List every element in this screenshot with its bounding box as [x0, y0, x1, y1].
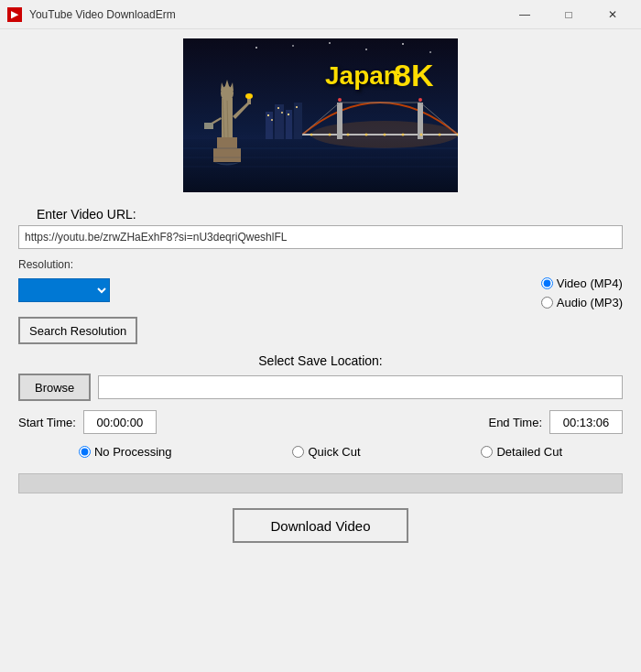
resolution-label: Resolution:: [18, 258, 110, 271]
svg-point-11: [347, 134, 350, 136]
svg-rect-31: [217, 137, 237, 151]
minimize-button[interactable]: —: [504, 2, 546, 27]
audio-mp3-radio[interactable]: [541, 297, 553, 309]
save-row: Browse: [18, 374, 623, 401]
resolution-right: Video (MP4) Audio (MP3): [541, 258, 623, 309]
titlebar-title: YouTube Video DownloadErm: [29, 8, 504, 21]
processing-row: No Processing Quick Cut Detailed Cut: [18, 445, 623, 459]
titlebar-controls: — □ ✕: [504, 2, 634, 27]
quick-cut-option[interactable]: Quick Cut: [292, 445, 360, 459]
svg-rect-28: [288, 114, 289, 115]
maximize-button[interactable]: □: [548, 2, 590, 27]
end-time-label: End Time:: [488, 416, 542, 429]
thumbnail-svg: Japan 8K: [183, 38, 458, 192]
resolution-select[interactable]: 1080p 720p 480p 360p 240p 144p: [18, 278, 110, 302]
start-time-group: Start Time:: [18, 410, 157, 434]
svg-rect-27: [281, 112, 283, 114]
url-section: Enter Video URL:: [18, 207, 623, 249]
svg-point-16: [439, 134, 441, 136]
svg-point-12: [365, 134, 368, 136]
svg-point-18: [338, 98, 342, 102]
svg-text:8K: 8K: [394, 58, 434, 92]
svg-rect-4: [337, 103, 342, 139]
svg-rect-21: [275, 104, 284, 139]
video-mp4-option[interactable]: Video (MP4): [541, 276, 623, 290]
start-time-label: Start Time:: [18, 416, 76, 429]
svg-rect-24: [267, 114, 269, 116]
svg-point-45: [429, 51, 431, 53]
no-processing-label: No Processing: [94, 445, 172, 459]
svg-point-10: [329, 134, 331, 136]
detailed-cut-label: Detailed Cut: [496, 445, 562, 459]
svg-point-44: [402, 43, 404, 45]
quick-cut-label: Quick Cut: [308, 445, 360, 459]
search-resolution-button[interactable]: Search Resolution: [18, 317, 137, 344]
svg-point-42: [292, 45, 294, 47]
svg-point-43: [365, 49, 367, 50]
svg-point-35: [245, 93, 253, 99]
svg-rect-25: [271, 119, 273, 121]
audio-mp3-option[interactable]: Audio (MP3): [541, 296, 623, 309]
svg-rect-37: [204, 123, 213, 129]
detailed-cut-radio[interactable]: [481, 446, 493, 458]
close-button[interactable]: ✕: [592, 2, 634, 27]
svg-rect-29: [296, 106, 298, 108]
svg-point-19: [418, 98, 422, 102]
browse-button[interactable]: Browse: [18, 374, 91, 401]
thumbnail: Japan 8K: [183, 38, 458, 192]
detailed-cut-option[interactable]: Detailed Cut: [481, 445, 562, 459]
url-label: Enter Video URL:: [37, 207, 623, 222]
save-label: Select Save Location:: [18, 353, 623, 368]
video-mp4-label: Video (MP4): [557, 276, 623, 290]
save-path-input[interactable]: [98, 375, 623, 399]
svg-point-15: [420, 134, 423, 136]
url-input[interactable]: [18, 225, 623, 249]
quick-cut-radio[interactable]: [292, 446, 304, 458]
svg-point-41: [255, 47, 257, 49]
titlebar: ▶ YouTube Video DownloadErm — □ ✕: [0, 0, 641, 29]
time-row: Start Time: End Time:: [18, 410, 623, 434]
audio-mp3-label: Audio (MP3): [557, 296, 623, 309]
start-time-input[interactable]: [83, 410, 157, 434]
svg-point-13: [384, 134, 386, 136]
no-processing-radio[interactable]: [79, 446, 91, 458]
app-icon: ▶: [7, 7, 22, 22]
resolution-row: Resolution: 1080p 720p 480p 360p 240p 14…: [18, 258, 623, 309]
svg-point-46: [329, 42, 331, 44]
video-mp4-radio[interactable]: [541, 277, 553, 289]
svg-rect-26: [277, 107, 279, 109]
svg-point-9: [310, 134, 313, 136]
end-time-group: End Time:: [488, 410, 623, 434]
progress-bar-container: [18, 473, 623, 493]
download-button[interactable]: Download Video: [233, 508, 409, 543]
main-content: Japan 8K Enter Video URL: Resolution: 10…: [0, 29, 641, 672]
svg-text:Japan: Japan: [325, 61, 399, 90]
resolution-left: Resolution: 1080p 720p 480p 360p 240p 14…: [18, 258, 110, 302]
save-section: Select Save Location: Browse: [18, 353, 623, 401]
no-processing-option[interactable]: No Processing: [79, 445, 172, 459]
svg-rect-23: [294, 103, 302, 139]
svg-point-14: [402, 134, 405, 136]
search-resolution-container: Search Resolution: [18, 317, 623, 344]
end-time-input[interactable]: [549, 410, 623, 434]
